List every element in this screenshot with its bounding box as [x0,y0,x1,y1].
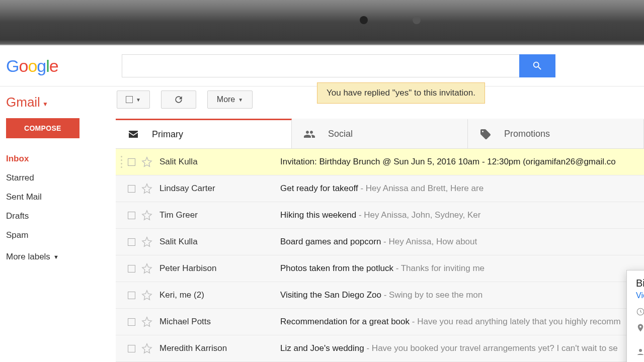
tab-social[interactable]: Social [292,119,468,148]
mail-subject: Photos taken from the potluck - Thanks f… [280,263,485,274]
mail-checkbox[interactable] [128,265,135,273]
sidebar-item-starred[interactable]: Starred [6,168,116,188]
header: Google [0,45,644,86]
mail-sender: Tim Greer [159,210,280,220]
mail-preview: - Hey Anissa and Brett, Here are [358,184,484,193]
tab-primary[interactable]: Primary [116,119,292,148]
mail-checkbox[interactable] [128,292,135,299]
mail-sender: Michael Potts [159,317,280,327]
more-actions-button[interactable]: More ▼ [207,90,253,109]
sidebar-item-sent[interactable]: Sent Mail [6,188,116,207]
search-icon [532,60,543,71]
mail-subject: Get ready for takeoff - Hey Anissa and B… [280,184,484,194]
more-labels-toggle[interactable]: More labels ▼ [6,252,116,262]
map-pin-icon [636,323,644,332]
mail-sender: Salit Kulla [159,157,280,167]
toast-notification: You have replied "yes" to this invitatio… [317,82,485,104]
mail-row[interactable]: Michael PottsRecommendation for a great … [116,309,644,335]
camera-dot [360,16,368,24]
event-attendees-row: 4 going [636,346,644,356]
caret-down-icon: ▼ [53,254,59,260]
star-button[interactable] [141,316,152,327]
refresh-button[interactable] [161,90,196,109]
caret-down-icon: ▼ [238,97,243,103]
mail-checkbox[interactable] [128,185,135,193]
mail-preview: - Thanks for inviting me [393,263,485,273]
content-area: You have replied "yes" to this invitatio… [116,86,644,362]
star-button[interactable] [141,210,152,221]
refresh-icon [174,95,184,105]
mail-checkbox[interactable] [128,212,135,219]
search-input[interactable] [122,54,519,77]
mail-subject: Hiking this weekend - Hey Anissa, John, … [280,210,480,220]
star-button[interactable] [141,263,152,274]
star-button[interactable] [141,183,152,194]
mail-row[interactable]: Keri, me (2)Visiting the San Diego Zoo -… [116,282,644,309]
view-calendar-link[interactable]: View on Google Calendar [636,291,644,300]
person-icon [636,347,644,356]
sidebar-item-drafts[interactable]: Drafts [6,207,116,226]
sidebar-item-inbox[interactable]: Inbox [6,149,116,168]
mail-preview: - Swing by to see the mon [381,290,482,300]
event-title: Birthday Brunch [636,278,644,289]
checkbox-icon [126,96,133,103]
mail-sender: Peter Harbison [159,263,280,274]
mail-row[interactable]: Salit KullaBoard games and popcorn - Hey… [116,229,644,255]
category-tabs: Primary Social Promotions [116,119,644,149]
svg-point-1 [639,349,642,352]
mail-preview: - Hey Anissa, John, Sydney, Ker [356,210,480,220]
people-icon [303,128,316,140]
event-popover: Birthday Brunch View on Google Calendar … [626,270,644,362]
mail-row[interactable]: Meredith KarrisonLiz and Joe's wedding -… [116,335,644,362]
mail-row[interactable]: Salit KullaInvitation: Birthday Brunch @… [116,149,644,175]
search-button[interactable] [519,54,555,77]
star-button[interactable] [141,236,152,247]
mail-preview: - Have you read anything lately that you… [410,317,621,326]
mail-sender: Salit Kulla [159,237,280,247]
mail-subject: Invitation: Birthday Brunch @ Sun Jun 5,… [280,157,616,167]
app-switcher[interactable]: Gmail ▼ [6,95,116,110]
compose-button[interactable]: COMPOSE [6,118,79,138]
mail-preview: - Have you booked your travel arrangemen… [364,343,618,353]
event-location-row: Golden Gate Park, San Fra States [636,322,644,340]
inbox-icon [127,128,140,140]
mail-checkbox[interactable] [128,238,135,246]
sidebar-item-spam[interactable]: Spam [6,226,116,245]
camera-dot [413,16,421,24]
mail-subject: Visiting the San Diego Zoo - Swing by to… [280,290,482,300]
mail-checkbox[interactable] [128,318,135,326]
star-button[interactable] [141,290,152,301]
mail-subject: Liz and Joe's wedding - Have you booked … [280,343,618,353]
mail-list: Salit KullaInvitation: Birthday Brunch @… [116,149,644,362]
mail-subject: Recommendation for a great book - Have y… [280,317,621,327]
google-logo[interactable]: Google [6,53,122,76]
tab-promotions[interactable]: Promotions [468,119,644,148]
folder-list: Inbox Starred Sent Mail Drafts Spam [6,149,116,245]
mail-checkbox[interactable] [128,345,135,352]
caret-down-icon: ▼ [136,97,141,103]
select-all-button[interactable]: ▼ [117,90,150,109]
event-time-row: Sun Jun 5, 2016 10am – 12 [636,306,644,316]
clock-icon [636,307,644,316]
caret-down-icon: ▼ [42,101,48,108]
sidebar: Gmail ▼ COMPOSE Inbox Starred Sent Mail … [0,86,116,362]
star-button[interactable] [141,343,152,354]
app-name: Gmail [6,95,40,110]
device-bezel [0,0,644,45]
mail-subject: Board games and popcorn - Hey Anissa, Ho… [280,237,477,247]
star-button[interactable] [141,156,152,167]
search-bar [122,54,555,77]
mail-row[interactable]: Peter HarbisonPhotos taken from the potl… [116,255,644,282]
tag-icon [479,128,492,140]
mail-sender: Keri, me (2) [159,290,280,300]
mail-checkbox[interactable] [128,158,135,166]
mail-preview: - Hey Anissa, How about [381,237,477,246]
drag-handle-icon [121,156,125,168]
mail-row[interactable]: Tim GreerHiking this weekend - Hey Aniss… [116,202,644,229]
mail-sender: Meredith Karrison [159,343,280,353]
mail-row[interactable]: Lindsay CarterGet ready for takeoff - He… [116,175,644,202]
mail-sender: Lindsay Carter [159,184,280,194]
